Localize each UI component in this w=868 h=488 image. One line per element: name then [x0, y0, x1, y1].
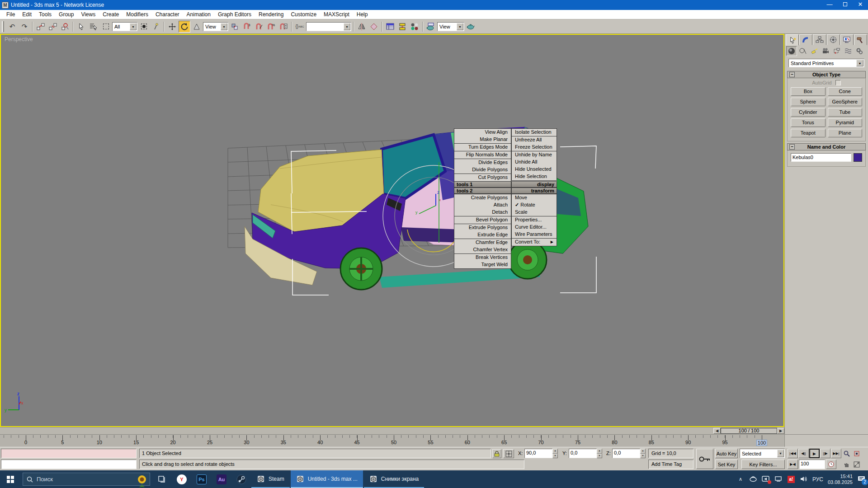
quad-menu-item[interactable]: Detach — [454, 209, 511, 216]
start-button[interactable] — [0, 470, 21, 488]
time-slider[interactable]: ◀ 100 / 100 ▶ — [0, 427, 784, 434]
x-spinner[interactable]: ▲▼ — [552, 449, 558, 458]
menu-item[interactable]: Help — [353, 10, 372, 19]
tab-hierarchy[interactable] — [813, 34, 826, 45]
menu-item[interactable]: Customize — [287, 10, 320, 19]
key-filter-set-dropdown[interactable]: Selected▼ — [740, 449, 785, 458]
tray-language[interactable]: РУС — [812, 476, 823, 483]
quad-menu-item[interactable]: Target Weld — [454, 261, 511, 268]
y-coordinate-field[interactable]: 0,0 — [569, 449, 597, 458]
pan-view-icon[interactable] — [842, 460, 852, 469]
menu-item[interactable]: Animation — [183, 10, 214, 19]
primitive-button-teapot[interactable]: Teapot — [791, 129, 826, 137]
helpers-icon[interactable] — [831, 46, 842, 56]
notification-center-icon[interactable]: 2 — [857, 475, 865, 483]
quad-menu-item[interactable]: Move — [512, 194, 557, 202]
keyboard-shortcut-override-icon[interactable]: {}ABC — [294, 21, 306, 33]
menu-item[interactable]: Rendering — [255, 10, 287, 19]
percent-snap-icon[interactable]: % — [265, 21, 277, 33]
menu-item[interactable]: Character — [152, 10, 183, 19]
lights-icon[interactable] — [809, 46, 820, 56]
select-and-move-icon[interactable] — [166, 21, 178, 33]
z-spinner[interactable]: ▲▼ — [640, 449, 646, 458]
key-filters-button[interactable]: Key Filters... — [741, 460, 785, 469]
select-and-rotate-icon[interactable] — [179, 21, 190, 33]
quad-menu-item[interactable]: Flip Normals Mode — [454, 151, 511, 159]
tray-volume-icon[interactable] — [800, 476, 808, 483]
menu-item[interactable]: Edit — [19, 10, 35, 19]
go-to-end-icon[interactable]: ▶▶| — [831, 449, 841, 458]
quad-menu-item[interactable]: Properties... — [512, 216, 557, 224]
minimize-button[interactable]: — — [822, 0, 837, 10]
redo-icon[interactable]: ↷ — [19, 21, 30, 33]
close-button[interactable]: ✕ — [853, 0, 868, 10]
select-and-link-icon[interactable] — [35, 21, 47, 33]
dropdown-arrow-icon[interactable]: ▼ — [457, 23, 463, 30]
tab-utilities[interactable] — [854, 34, 867, 45]
primitive-button-geosphere[interactable]: GeoSphere — [828, 98, 863, 106]
tray-chevron-icon[interactable]: ∧ — [736, 476, 745, 482]
set-keys-icon[interactable] — [696, 449, 713, 469]
object-color-swatch[interactable] — [854, 153, 862, 162]
dropdown-arrow-icon[interactable]: ▼ — [221, 23, 227, 30]
menu-item[interactable]: Tools — [35, 10, 55, 19]
menu-item[interactable]: Group — [55, 10, 77, 19]
shapes-icon[interactable] — [797, 46, 808, 56]
primitive-button-tube[interactable]: Tube — [828, 108, 863, 117]
tray-screen-record-icon[interactable] — [762, 476, 770, 483]
tab-display[interactable] — [840, 34, 854, 45]
taskbar-window-button[interactable]: Steam — [251, 470, 290, 488]
menu-item[interactable]: MAXScript — [320, 10, 353, 19]
maxscript-mini-listener-pink[interactable] — [1, 449, 137, 458]
previous-frame-icon[interactable]: ◀|| — [798, 449, 809, 458]
min-max-toggle-icon[interactable] — [852, 460, 862, 469]
tab-modify[interactable] — [799, 34, 812, 45]
time-slider-next-button[interactable]: ▶ — [777, 428, 784, 434]
auto-key-button[interactable]: Auto Key — [715, 449, 738, 458]
autogrid-checkbox[interactable] — [835, 80, 841, 85]
material-editor-icon[interactable] — [409, 21, 420, 33]
current-frame-field[interactable]: 100 — [799, 460, 825, 469]
quad-menu-item[interactable]: Create Polygons — [454, 194, 511, 202]
yandex-browser-icon[interactable]: Y — [172, 470, 192, 488]
spinner-snap-icon[interactable] — [278, 21, 289, 33]
y-spinner[interactable]: ▲▼ — [597, 449, 602, 458]
mirror-icon[interactable] — [356, 21, 368, 33]
quad-menu-item[interactable]: Unfreeze All — [512, 136, 557, 144]
quad-menu-item[interactable]: Hide Unselected — [512, 166, 557, 173]
select-and-scale-icon[interactable] — [191, 21, 203, 33]
quad-menu-item[interactable]: Unhide All — [512, 159, 557, 166]
dropdown-arrow-icon[interactable]: ▼ — [777, 450, 784, 457]
schematic-view-icon[interactable] — [396, 21, 408, 33]
quad-menu-item[interactable]: Divide Polygons — [454, 166, 511, 174]
primitive-button-box[interactable]: Box — [791, 87, 826, 96]
viewport[interactable]: Perspective — [0, 34, 784, 427]
maxscript-mini-listener-white[interactable] — [1, 460, 137, 469]
steam-icon[interactable] — [231, 470, 251, 488]
quad-menu-item[interactable]: Curve Editor... — [512, 224, 557, 231]
quad-header-transform[interactable]: transform — [511, 188, 557, 194]
menu-item[interactable]: Create — [99, 10, 123, 19]
use-pivot-point-center-icon[interactable] — [229, 21, 241, 33]
maximize-button[interactable] — [837, 0, 853, 10]
time-configuration-icon[interactable] — [826, 460, 836, 469]
quad-menu-item[interactable]: View Align — [454, 129, 511, 136]
quad-menu-item[interactable]: Scale — [512, 209, 557, 216]
toolbar-drag-handle[interactable] — [2, 21, 4, 32]
dropdown-arrow-icon[interactable]: ▼ — [130, 23, 137, 30]
undo-icon[interactable]: ↶ — [6, 21, 18, 33]
name-color-rollout[interactable]: – Name and Color — [787, 143, 866, 150]
select-object-icon[interactable] — [75, 21, 87, 33]
tab-create[interactable] — [786, 34, 799, 46]
systems-icon[interactable] — [854, 46, 865, 56]
snap-toggle-3d-icon[interactable]: 3 — [241, 21, 253, 33]
space-warps-icon[interactable] — [843, 46, 854, 56]
quad-menu-item[interactable]: Convert To: — [512, 239, 557, 246]
time-slider-value[interactable]: 100 / 100 — [721, 428, 777, 434]
quad-menu-item[interactable]: Rotate — [512, 202, 557, 209]
unlink-selection-icon[interactable] — [47, 21, 59, 33]
quad-header-tools2[interactable]: tools 2 — [454, 188, 511, 194]
tray-adobe-sync-icon[interactable]: a! — [787, 476, 795, 483]
quad-menu-item[interactable]: Chamfer Edge — [454, 239, 511, 246]
taskbar-window-button[interactable]: Untitled - 3ds max ... — [291, 470, 363, 488]
